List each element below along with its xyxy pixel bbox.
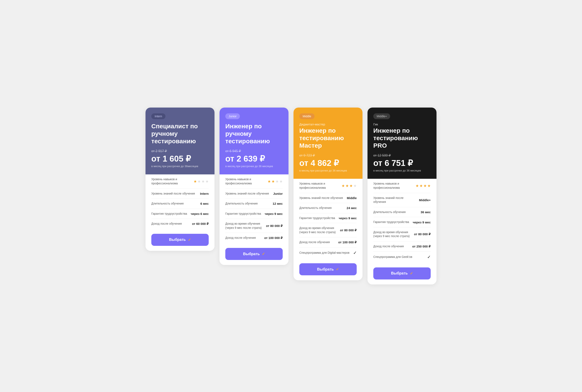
feature-label: Гарантия трудоустройства: [225, 212, 262, 216]
feature-row: Доход после обученияот 250 000 ₽: [373, 242, 431, 252]
star-filled: ★: [267, 179, 271, 184]
star-filled: ★: [423, 184, 427, 188]
feature-row: Длительность обучения6 мес: [151, 199, 209, 209]
feature-label: Спецпрограмма для Geek'ов: [373, 255, 425, 259]
feature-value: от 80 000 ₽: [414, 232, 431, 236]
button-check-icon: ✓: [410, 271, 413, 276]
select-button-middle-plus[interactable]: Выбрать✓: [373, 268, 431, 280]
card-body-intern: Уровень навыков и профессионализма★★★★Ур…: [146, 174, 214, 229]
feature-value: через 6 мес: [191, 212, 209, 216]
card-footer-middle: Выбрать✓: [294, 258, 363, 280]
card-header-middle: MiddleДиджитал-мастерИнженер по тестиров…: [294, 108, 363, 179]
badge-middle: Middle: [299, 113, 315, 119]
feature-label: Уровень навыков и профессионализма: [151, 177, 191, 186]
feature-row: Гарантия трудоустройствачерез 9 мес: [225, 209, 283, 219]
card-middle-plus: Middle+ГикИнженер по тестированию PROот …: [368, 108, 436, 284]
star-filled: ★: [193, 179, 197, 184]
card-header-middle-plus: Middle+ГикИнженер по тестированию PROот …: [368, 108, 436, 179]
stars-rating: ★★★★: [267, 179, 283, 184]
feature-value: от 250 000 ₽: [412, 244, 431, 248]
feature-value: Junior: [273, 192, 283, 196]
price-new-intern: от 1 605 ₽: [151, 154, 209, 164]
feature-value: ✓: [427, 254, 431, 260]
feature-value: ✓: [353, 250, 357, 256]
card-footer-junior: Выбрать✓: [219, 243, 288, 265]
feature-label: Уровень знаний после обучения: [373, 196, 417, 204]
feature-row: Доход после обученияот 100 000 ₽: [299, 237, 357, 248]
feature-label: Спецпрограмма для Digital-мастеров: [299, 251, 351, 255]
feature-value: через 9 мес: [265, 212, 283, 216]
title-intern: Специалист по ручному тестированию: [151, 122, 209, 145]
feature-label: Уровень знаний после обучения: [225, 192, 271, 196]
feature-row: Доход после обученияот 60 000 ₽: [151, 219, 209, 229]
feature-value: Middle+: [419, 198, 431, 202]
feature-value: через 9 мес: [339, 216, 357, 220]
badge-middle-plus: Middle+: [373, 113, 390, 119]
star-filled: ★: [271, 179, 275, 184]
star-filled: ★: [346, 184, 349, 188]
price-old-intern: от 2 917 ₽: [151, 149, 209, 153]
stars-rating: ★★★★: [193, 179, 209, 184]
feature-value: от 80 000 ₽: [266, 224, 283, 228]
feature-row: Уровень знаний после обученияIntern: [151, 189, 209, 199]
feature-label: Гарантия трудоустройства: [373, 220, 410, 224]
price-note-intern: в месяц при рассрочке до 36месяцев: [151, 165, 209, 168]
feature-row: Гарантия трудоустройствачерез 6 мес: [151, 209, 209, 219]
feature-row: Уровень навыков и профессионализма★★★★: [225, 174, 283, 188]
cards-container: InternСпециалист по ручному тестированию…: [146, 108, 436, 284]
subtitle-middle: Диджитал-мастер: [299, 122, 357, 126]
feature-label: Доход после обучения: [299, 240, 336, 244]
badge-junior: Junior: [225, 113, 240, 119]
feature-row: Уровень знаний после обученияJunior: [225, 189, 283, 199]
card-middle: MiddleДиджитал-мастерИнженер по тестиров…: [294, 108, 363, 280]
stars-rating: ★★★★: [342, 184, 357, 188]
select-button-middle[interactable]: Выбрать✓: [299, 263, 357, 275]
feature-row: Уровень навыков и профессионализма★★★★: [151, 174, 209, 188]
feature-row: Уровень навыков и профессионализма★★★★: [299, 179, 357, 193]
price-new-middle: от 4 862 ₽: [299, 158, 357, 168]
button-label: Выбрать: [391, 271, 408, 276]
select-button-intern[interactable]: Выбрать✓: [151, 234, 209, 246]
star-empty: ★: [279, 179, 283, 184]
feature-label: Уровень знаний после обучения: [299, 196, 344, 200]
subtitle-middle-plus: Гик: [373, 122, 431, 126]
feature-label: Уровень навыков и профессионализма: [373, 182, 413, 190]
feature-row: Длительность обучения36 мес: [373, 207, 431, 218]
price-new-middle-plus: от 6 751 ₽: [373, 158, 431, 168]
stars-rating: ★★★★: [416, 184, 431, 188]
star-empty: ★: [201, 179, 205, 184]
card-body-junior: Уровень навыков и профессионализма★★★★Ур…: [219, 174, 288, 243]
button-label: Выбрать: [169, 238, 186, 242]
feature-value: от 60 000 ₽: [192, 222, 209, 226]
feature-label: Доход после обучения: [225, 236, 262, 240]
feature-label: Длительность обучения: [373, 210, 418, 214]
feature-value: 36 мес: [421, 210, 431, 214]
price-old-middle: от 9 723 ₽: [299, 154, 357, 158]
star-empty: ★: [353, 184, 357, 188]
feature-value: 24 мес: [347, 206, 357, 210]
card-header-intern: InternСпециалист по ручному тестированию…: [146, 108, 214, 174]
feature-label: Длительность обучения: [225, 202, 270, 206]
price-old-middle-plus: от 12 500 ₽: [373, 154, 431, 158]
select-button-junior[interactable]: Выбрать✓: [225, 248, 283, 260]
star-filled: ★: [427, 184, 431, 188]
star-filled: ★: [349, 184, 353, 188]
star-filled: ★: [419, 184, 423, 188]
button-label: Выбрать: [317, 267, 334, 272]
feature-row: Доход во время обучения (через 9 мес пос…: [225, 219, 283, 233]
title-junior: Инженер по ручному тестированию: [225, 122, 283, 145]
feature-value: от 100 000 ₽: [338, 240, 357, 244]
card-body-middle-plus: Уровень навыков и профессионализма★★★★Ур…: [368, 179, 436, 262]
feature-value: 12 мес: [273, 202, 283, 205]
star-filled: ★: [416, 184, 419, 188]
price-new-junior: от 2 639 ₽: [225, 154, 283, 164]
button-check-icon: ✓: [262, 252, 265, 256]
feature-label: Уровень знаний после обучения: [151, 192, 197, 196]
feature-value: от 100 000 ₽: [264, 236, 283, 240]
card-body-middle: Уровень навыков и профессионализма★★★★Ур…: [294, 179, 363, 258]
price-note-middle: в месяц при рассрочке до 36 месяцев: [299, 169, 357, 172]
card-footer-intern: Выбрать✓: [146, 229, 214, 251]
button-check-icon: ✓: [188, 238, 191, 242]
star-empty: ★: [197, 179, 201, 184]
feature-label: Доход во время обучения (через 9 мес пос…: [225, 222, 263, 230]
